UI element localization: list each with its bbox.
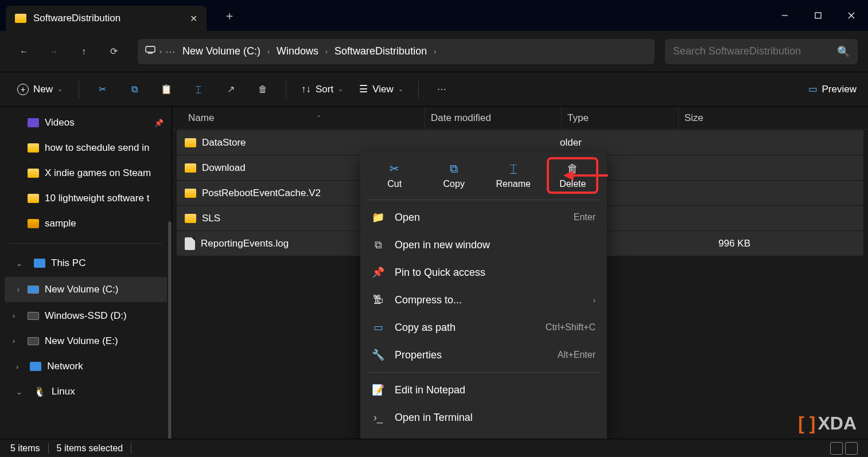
drive-icon: [28, 286, 39, 294]
sidebar-label: Videos: [45, 117, 75, 128]
ctx-terminal[interactable]: ›_Open in Terminal: [360, 404, 607, 431]
sort-button[interactable]: ↑↓ Sort ⌄: [297, 80, 348, 99]
thumbnails-view-icon[interactable]: [845, 442, 858, 455]
separator: [48, 443, 49, 454]
preview-button[interactable]: ▭ Preview: [808, 83, 857, 95]
chevron-down-icon[interactable]: ⌄: [16, 388, 22, 396]
scrollbar[interactable]: [168, 221, 172, 439]
ctx-copy-button[interactable]: ⧉Copy: [429, 158, 478, 193]
sidebar-item-fav2[interactable]: X indie games on Steam: [0, 161, 172, 186]
column-name[interactable]: Name˄: [172, 112, 425, 124]
chevron-right-icon[interactable]: ›: [159, 48, 162, 56]
breadcrumb-seg-current[interactable]: SoftwareDistribution: [331, 43, 430, 60]
details-view-icon[interactable]: [830, 442, 843, 455]
preview-icon: ▭: [808, 83, 818, 95]
back-button[interactable]: ←: [10, 39, 38, 64]
up-button[interactable]: ↑: [70, 39, 98, 64]
preview-label: Preview: [822, 84, 857, 95]
sidebar-item-thispc[interactable]: ⌄This PC: [0, 251, 172, 276]
sidebar-item-videos[interactable]: Videos 📌: [0, 110, 172, 135]
navigation-bar: ← → ↑ ⟳ › ⋯ New Volume (C:) › Windows › …: [0, 31, 868, 72]
pc-icon: [145, 45, 156, 57]
sidebar-label: New Volume (E:): [45, 335, 118, 347]
sidebar-item-network[interactable]: ›Network: [0, 354, 172, 379]
ctx-rename-button[interactable]: ⌶Rename: [489, 158, 538, 193]
ctx-copy-path[interactable]: ▭Copy as pathCtrl+Shift+C: [360, 314, 607, 341]
forward-button[interactable]: →: [40, 39, 68, 64]
new-button[interactable]: + New ⌄: [11, 80, 68, 99]
drive-icon: [28, 337, 39, 345]
sidebar-item-fav3[interactable]: 10 lightweight software t: [0, 186, 172, 211]
breadcrumb-seg-drive[interactable]: New Volume (C:): [179, 43, 264, 60]
ctx-properties[interactable]: 🔧PropertiesAlt+Enter: [360, 341, 607, 369]
rename-icon: ⌶: [510, 162, 517, 175]
ctx-cut-button[interactable]: ✂Cut: [370, 158, 419, 193]
chevron-right-icon[interactable]: ›: [17, 286, 20, 294]
file-type: older: [560, 137, 682, 149]
sidebar-item-fav1[interactable]: how to schedule send in: [0, 135, 172, 161]
sidebar-item-drive-c[interactable]: ›New Volume (C:): [5, 277, 167, 302]
window-tab[interactable]: SoftwareDistribution ✕: [6, 6, 207, 31]
chevron-right-icon[interactable]: ›: [16, 362, 18, 371]
ctx-open-new-window[interactable]: ⧉Open in new window: [360, 231, 607, 259]
sort-label: Sort: [316, 84, 333, 95]
search-icon[interactable]: 🔍: [837, 45, 850, 58]
file-row[interactable]: DataStoreolder: [177, 130, 863, 155]
chevron-right-icon[interactable]: ›: [325, 48, 328, 56]
column-date[interactable]: Date modified: [425, 107, 561, 129]
path-icon: ▭: [372, 321, 384, 334]
chevron-right-icon[interactable]: ›: [13, 337, 15, 345]
share-icon[interactable]: ↗: [218, 77, 243, 102]
chevron-right-icon[interactable]: ›: [434, 48, 436, 56]
chevron-down-icon[interactable]: ⌄: [16, 259, 22, 268]
chevron-down-icon: ⌄: [398, 85, 403, 93]
cut-icon[interactable]: ✂: [89, 77, 115, 102]
ctx-pin[interactable]: 📌Pin to Quick access: [360, 259, 607, 286]
chevron-right-icon[interactable]: ›: [267, 48, 270, 56]
new-tab-button[interactable]: ＋: [224, 8, 235, 24]
sidebar-item-drive-d[interactable]: ›Windows-SSD (D:): [0, 303, 172, 329]
maximize-button[interactable]: [801, 4, 835, 27]
breadcrumb-seg-windows[interactable]: Windows: [273, 43, 322, 60]
more-icon[interactable]: ⋯: [165, 45, 176, 58]
refresh-button[interactable]: ⟳: [100, 39, 127, 64]
folder-icon: [185, 214, 196, 223]
close-tab-icon[interactable]: ✕: [190, 13, 197, 24]
search-box[interactable]: 🔍: [665, 39, 858, 64]
view-button[interactable]: ☰ View ⌄: [355, 80, 408, 99]
file-name: DataStore: [202, 137, 246, 149]
column-type[interactable]: Type: [561, 107, 678, 129]
separator: [367, 372, 600, 373]
address-bar[interactable]: › ⋯ New Volume (C:) › Windows › Software…: [138, 39, 655, 64]
window-controls: [768, 4, 868, 27]
copy-icon[interactable]: ⧉: [122, 77, 147, 102]
ctx-open[interactable]: 📁OpenEnter: [360, 204, 607, 231]
sidebar: Videos 📌 how to schedule send in X indie…: [0, 107, 172, 439]
file-name: Download: [202, 162, 246, 174]
annotation-arrow: [571, 174, 608, 177]
ctx-compress[interactable]: 🗜Compress to...›: [360, 286, 607, 314]
ctx-notepad[interactable]: 📝Edit in Notepad: [360, 376, 607, 404]
rename-icon[interactable]: ⌶: [186, 77, 211, 102]
new-window-icon: ⧉: [372, 239, 384, 251]
close-window-button[interactable]: [835, 4, 868, 27]
sidebar-item-linux[interactable]: ⌄🐧Linux: [0, 379, 172, 404]
chevron-right-icon[interactable]: ›: [13, 312, 15, 320]
sidebar-item-drive-e[interactable]: ›New Volume (E:): [0, 329, 172, 354]
folder-icon: [185, 163, 196, 173]
view-label: View: [372, 84, 394, 95]
minimize-button[interactable]: [768, 4, 801, 27]
tab-title: SoftwareDistribution: [33, 13, 183, 24]
column-size[interactable]: Size: [678, 107, 753, 129]
terminal-icon: ›_: [372, 412, 384, 424]
network-icon: [30, 362, 41, 371]
more-button[interactable]: ⋯: [429, 77, 454, 102]
search-input[interactable]: [673, 45, 837, 57]
svg-rect-4: [146, 46, 155, 52]
paste-icon[interactable]: 📋: [154, 77, 179, 102]
pin-icon: 📌: [372, 266, 384, 279]
sidebar-item-fav4[interactable]: sample: [0, 211, 172, 236]
delete-icon[interactable]: 🗑: [250, 77, 275, 102]
chevron-down-icon: ⌄: [57, 85, 63, 93]
file-name: PostRebootEventCache.V2: [202, 188, 321, 199]
